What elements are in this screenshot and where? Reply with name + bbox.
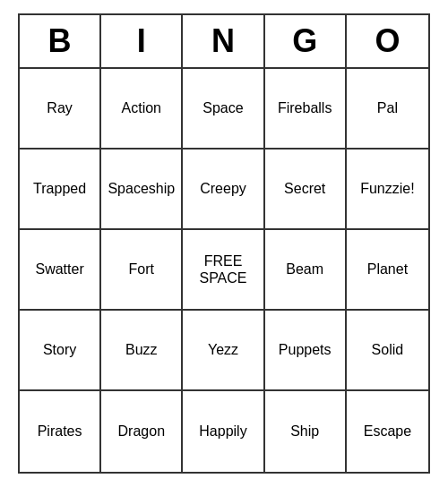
bingo-cell-text-2: Space — [202, 99, 243, 116]
bingo-cell-7: Creepy — [183, 150, 264, 230]
bingo-cell-13: Beam — [265, 230, 347, 311]
bingo-cell-text-19: Solid — [372, 341, 404, 358]
header-letter-o: O — [347, 15, 428, 67]
bingo-cell-14: Planet — [347, 230, 428, 311]
bingo-cell-12: FREESPACE — [183, 230, 264, 311]
bingo-cell-text-4: Pal — [377, 99, 398, 116]
bingo-cell-text-3: Fireballs — [278, 99, 332, 116]
bingo-cell-5: Trapped — [20, 150, 101, 230]
bingo-grid: RayActionSpaceFireballsPalTrappedSpacesh… — [20, 69, 428, 472]
bingo-cell-text-7: Creepy — [200, 180, 246, 197]
bingo-cell-text-20: Pirates — [38, 423, 82, 440]
header-letter-i: I — [101, 15, 183, 67]
bingo-cell-text-11: Fort — [129, 261, 154, 278]
bingo-cell-21: Dragon — [101, 391, 183, 472]
bingo-cell-text-1: Action — [122, 99, 161, 116]
bingo-cell-text-21: Dragon — [118, 423, 165, 440]
header-letter-b: B — [20, 15, 101, 67]
bingo-cell-text-10: Swatter — [35, 261, 83, 278]
header-letter-g: G — [265, 15, 347, 67]
bingo-cell-15: Story — [20, 311, 101, 391]
bingo-cell-text-16: Buzz — [125, 341, 158, 358]
bingo-cell-23: Ship — [265, 391, 347, 472]
bingo-cell-22: Happily — [183, 391, 264, 472]
bingo-cell-1: Action — [101, 69, 183, 150]
bingo-cell-8: Secret — [265, 150, 347, 230]
bingo-cell-text-8: Secret — [284, 180, 325, 197]
bingo-cell-9: Funzzie! — [347, 150, 428, 230]
bingo-cell-20: Pirates — [20, 391, 101, 472]
bingo-cell-2: Space — [183, 69, 264, 150]
bingo-cell-text-0: Ray — [47, 99, 72, 116]
bingo-cell-11: Fort — [101, 230, 183, 311]
bingo-cell-text-12: FREESPACE — [199, 252, 246, 286]
bingo-cell-16: Buzz — [101, 311, 183, 391]
bingo-cell-text-23: Ship — [290, 423, 319, 440]
bingo-cell-text-14: Planet — [367, 261, 408, 278]
bingo-cell-text-13: Beam — [286, 261, 323, 278]
bingo-cell-text-5: Trapped — [33, 180, 86, 197]
bingo-card: BINGO RayActionSpaceFireballsPalTrappedS… — [18, 13, 430, 474]
bingo-header: BINGO — [20, 15, 428, 69]
bingo-cell-3: Fireballs — [265, 69, 347, 150]
bingo-cell-19: Solid — [347, 311, 428, 391]
bingo-cell-17: Yezz — [183, 311, 264, 391]
bingo-cell-text-6: Spaceship — [108, 180, 175, 197]
bingo-cell-text-18: Puppets — [279, 341, 332, 358]
bingo-cell-24: Escape — [347, 391, 428, 472]
bingo-cell-0: Ray — [20, 69, 101, 150]
bingo-cell-10: Swatter — [20, 230, 101, 311]
bingo-cell-text-9: Funzzie! — [360, 180, 414, 197]
bingo-cell-text-22: Happily — [199, 423, 246, 440]
bingo-cell-4: Pal — [347, 69, 428, 150]
bingo-cell-text-24: Escape — [364, 423, 411, 440]
bingo-cell-6: Spaceship — [101, 150, 183, 230]
bingo-cell-text-17: Yezz — [208, 341, 238, 358]
bingo-cell-text-15: Story — [43, 341, 76, 358]
header-letter-n: N — [183, 15, 264, 67]
bingo-cell-18: Puppets — [265, 311, 347, 391]
